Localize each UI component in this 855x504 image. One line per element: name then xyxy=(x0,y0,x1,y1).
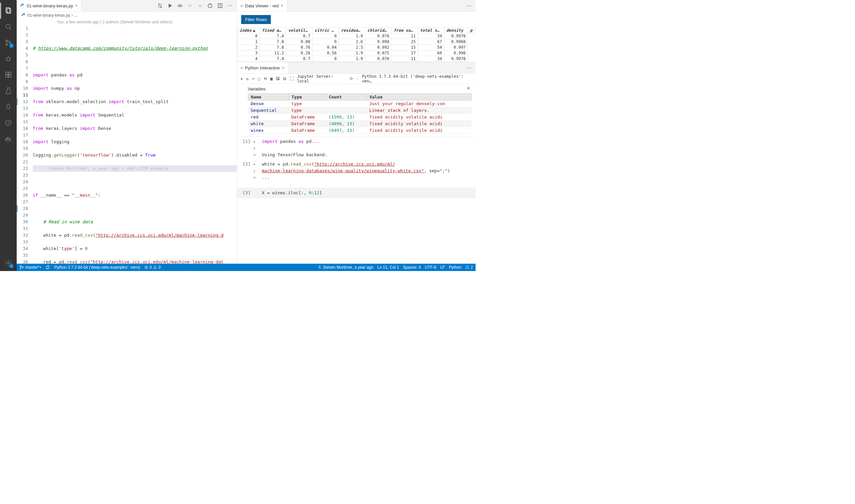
table-row[interactable]: 07.40.701.90.07611340.9978 xyxy=(238,33,476,39)
status-cursor[interactable]: Ln 11, Col 1 xyxy=(378,265,399,270)
python-file-icon xyxy=(21,13,26,18)
delete-cell-icon[interactable]: ✕ xyxy=(253,174,259,181)
activity-docker[interactable] xyxy=(0,131,16,147)
table-header[interactable]: total s… xyxy=(418,28,444,33)
code-editor[interactable]: 1234 5678 9101112 13141516 17181920 2122… xyxy=(17,25,237,264)
activity-extensions[interactable] xyxy=(0,67,16,83)
editor-tabs: 01-wine-binary-keras.py × ⋯ xyxy=(17,0,237,12)
close-icon[interactable]: × xyxy=(75,3,78,8)
activity-explorer[interactable] xyxy=(0,3,16,19)
compare-icon[interactable] xyxy=(157,3,163,8)
stop-icon[interactable] xyxy=(207,3,213,8)
more-icon[interactable]: ⋯ xyxy=(466,3,472,8)
close-icon[interactable]: ✕ xyxy=(467,86,470,91)
run-icon[interactable] xyxy=(167,3,173,8)
col-value[interactable]: Value xyxy=(367,94,472,101)
run-below-icon[interactable] xyxy=(177,3,183,8)
variables-table[interactable]: Name Type Count Value DensetypeJust your… xyxy=(248,93,472,134)
activity-search[interactable] xyxy=(0,19,16,35)
interactive-cells[interactable]: [1] ▸ import pandas as pd... ↥ ✕ xyxy=(237,137,476,182)
status-lang[interactable]: Python xyxy=(449,265,461,270)
table-header[interactable]: fixed a… xyxy=(260,28,286,33)
svg-point-23 xyxy=(7,262,10,264)
more-icon[interactable]: ⋯ xyxy=(227,3,233,8)
close-icon[interactable]: ✕ xyxy=(241,76,243,81)
table-header[interactable]: volatil… xyxy=(286,28,313,33)
status-blame[interactable]: Steven Mortimer, a year ago xyxy=(318,265,373,270)
close-icon[interactable]: × xyxy=(281,3,283,8)
delete-cell-icon[interactable]: ✕ xyxy=(253,151,259,158)
svg-point-32 xyxy=(20,266,21,267)
activity-debug[interactable] xyxy=(0,51,16,67)
rerun-icon[interactable]: ↻ xyxy=(246,76,248,81)
expand-cell-icon[interactable]: ▸ xyxy=(253,161,259,167)
variable-row[interactable]: SequentialtypeLinear stack of layers. xyxy=(248,107,472,114)
table-row[interactable]: 17.80.8802.60.09825670.9968 xyxy=(238,39,476,45)
step-back-icon[interactable] xyxy=(187,3,193,8)
restart-icon[interactable]: ⟲ xyxy=(263,76,267,81)
kernel-label[interactable]: Python 3.7.3 64-bit ('deep-nets-examples… xyxy=(362,74,472,84)
interactive-tabs: ≡ Python Interactive × ⋯ xyxy=(237,62,476,74)
variables-icon[interactable]: ▦ xyxy=(270,76,273,81)
undo-icon[interactable]: ↶ xyxy=(252,76,254,81)
step-forward-icon[interactable] xyxy=(197,3,203,8)
status-branch[interactable]: master*+ xyxy=(19,265,41,270)
variable-row[interactable]: winesDataFrame(6497, 13)fixed acidity vo… xyxy=(248,127,472,134)
jupyter-server-label[interactable]: Jupyter Server: local xyxy=(297,74,346,84)
activity-scm[interactable]: 2 xyxy=(0,35,16,51)
dataviewer-tabs: ≡ Data Viewer - red × ⋯ xyxy=(237,0,476,12)
code-body[interactable]: # https://www.datacamp.com/community/tut… xyxy=(33,25,237,264)
goto-code-icon[interactable]: ↥ xyxy=(253,167,259,174)
python-file-icon xyxy=(20,3,25,8)
status-problems[interactable]: 0 0 xyxy=(144,265,161,270)
interactive-tab[interactable]: ≡ Python Interactive × xyxy=(237,62,288,73)
close-icon[interactable]: × xyxy=(282,65,284,70)
table-header[interactable]: index▲ xyxy=(238,28,260,33)
stop-icon[interactable]: □ xyxy=(258,76,260,81)
status-interpreter[interactable]: Python 3.7.3 64-bit ('deep-nets-examples… xyxy=(54,265,140,270)
table-header[interactable]: p xyxy=(468,28,476,33)
svg-point-27 xyxy=(199,5,201,7)
col-type[interactable]: Type xyxy=(289,94,326,101)
expand-icon[interactable]: ⛶ xyxy=(290,76,294,81)
status-eol[interactable]: LF xyxy=(440,265,445,270)
status-notifications[interactable]: 2 xyxy=(465,265,473,270)
table-header[interactable]: free su… xyxy=(391,28,418,33)
activity-test[interactable] xyxy=(0,83,16,99)
data-table[interactable]: index▲fixed a…volatil…citric …residua…ch… xyxy=(237,28,476,62)
status-spaces[interactable]: Spaces: 4 xyxy=(403,265,421,270)
filter-rows-button[interactable]: Filter Rows xyxy=(241,15,271,24)
table-row[interactable]: 311.20.280.561.90.07517600.998 xyxy=(238,50,476,56)
expand-cell-icon[interactable]: ▸ xyxy=(253,138,259,145)
status-encoding[interactable]: UTF-8 xyxy=(425,265,436,270)
activity-settings[interactable]: 1 xyxy=(0,255,16,271)
variable-row[interactable]: redDataFrame(1599, 13)fixed acidity vola… xyxy=(248,114,472,121)
status-sync[interactable] xyxy=(46,265,50,270)
split-icon[interactable] xyxy=(217,3,223,8)
export-icon[interactable]: ⧉ xyxy=(283,76,286,81)
save-icon[interactable]: 🖫 xyxy=(276,76,280,81)
table-row[interactable]: 47.40.701.90.07611340.9978 xyxy=(238,56,476,62)
more-icon[interactable]: ⋯ xyxy=(466,65,472,70)
table-header[interactable]: chlorid… xyxy=(365,28,391,33)
breadcrumb[interactable]: 01-wine-binary-keras.py › ... xyxy=(17,12,237,19)
editor-tab[interactable]: 01-wine-binary-keras.py × xyxy=(17,0,82,11)
col-name[interactable]: Name xyxy=(248,94,289,101)
activity-arctic[interactable] xyxy=(0,99,16,115)
svg-line-3 xyxy=(10,28,11,30)
table-header[interactable]: citric … xyxy=(313,28,339,33)
variable-row[interactable]: DensetypeJust your regular densely-con xyxy=(248,101,472,107)
variable-row[interactable]: whiteDataFrame(4898, 13)fixed acidity vo… xyxy=(248,121,472,127)
col-count[interactable]: Count xyxy=(326,94,367,101)
activity-timeline[interactable] xyxy=(0,115,16,131)
svg-line-11 xyxy=(6,60,7,61)
table-icon: ≡ xyxy=(241,66,243,70)
table-header[interactable]: residua… xyxy=(339,28,365,33)
table-row[interactable]: 27.80.760.042.30.09215540.997 xyxy=(238,45,476,50)
settings-badge: 1 xyxy=(9,264,14,268)
dataviewer-tab[interactable]: ≡ Data Viewer - red × xyxy=(237,0,287,11)
interactive-input[interactable]: [3] X = wines.iloc[:, 0:12] xyxy=(237,187,476,198)
table-header[interactable]: density xyxy=(444,28,468,33)
svg-point-24 xyxy=(178,5,180,7)
goto-code-icon[interactable]: ↥ xyxy=(253,145,259,151)
